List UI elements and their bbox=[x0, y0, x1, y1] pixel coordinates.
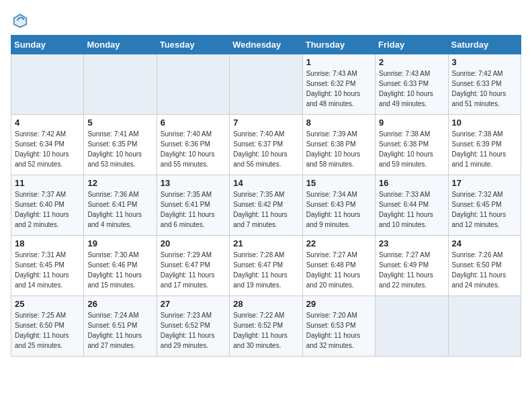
calendar-cell: 9Sunrise: 7:38 AM Sunset: 6:38 PM Daylig… bbox=[375, 115, 448, 175]
calendar-cell bbox=[84, 54, 157, 115]
day-number: 6 bbox=[161, 118, 226, 128]
calendar-cell: 14Sunrise: 7:35 AM Sunset: 6:42 PM Dayli… bbox=[230, 175, 302, 236]
calendar-cell: 25Sunrise: 7:25 AM Sunset: 6:50 PM Dayli… bbox=[11, 296, 84, 357]
calendar-cell: 19Sunrise: 7:30 AM Sunset: 6:46 PM Dayli… bbox=[84, 236, 157, 296]
day-info: Sunrise: 7:27 AM Sunset: 6:48 PM Dayligh… bbox=[306, 250, 371, 290]
day-info: Sunrise: 7:20 AM Sunset: 6:53 PM Dayligh… bbox=[306, 310, 371, 351]
day-number: 23 bbox=[379, 238, 444, 248]
calendar-cell: 17Sunrise: 7:32 AM Sunset: 6:45 PM Dayli… bbox=[448, 175, 521, 236]
day-number: 2 bbox=[379, 57, 444, 67]
calendar-cell: 20Sunrise: 7:29 AM Sunset: 6:47 PM Dayli… bbox=[157, 236, 229, 296]
day-info: Sunrise: 7:33 AM Sunset: 6:44 PM Dayligh… bbox=[379, 189, 444, 230]
day-number: 3 bbox=[452, 57, 517, 67]
day-number: 25 bbox=[15, 299, 80, 309]
day-info: Sunrise: 7:42 AM Sunset: 6:34 PM Dayligh… bbox=[15, 129, 80, 169]
logo bbox=[11, 11, 32, 30]
calendar-cell: 28Sunrise: 7:22 AM Sunset: 6:52 PM Dayli… bbox=[230, 296, 302, 357]
calendar-cell: 4Sunrise: 7:42 AM Sunset: 6:34 PM Daylig… bbox=[11, 115, 84, 175]
calendar-cell: 1Sunrise: 7:43 AM Sunset: 6:32 PM Daylig… bbox=[302, 54, 375, 115]
header-monday: Monday bbox=[84, 36, 157, 54]
calendar-week-row: 25Sunrise: 7:25 AM Sunset: 6:50 PM Dayli… bbox=[11, 296, 521, 357]
day-info: Sunrise: 7:30 AM Sunset: 6:46 PM Dayligh… bbox=[87, 250, 152, 290]
day-info: Sunrise: 7:38 AM Sunset: 6:39 PM Dayligh… bbox=[452, 129, 517, 169]
day-number: 17 bbox=[452, 178, 517, 188]
day-info: Sunrise: 7:41 AM Sunset: 6:35 PM Dayligh… bbox=[87, 129, 152, 169]
header-thursday: Thursday bbox=[302, 36, 375, 54]
day-info: Sunrise: 7:35 AM Sunset: 6:42 PM Dayligh… bbox=[233, 189, 298, 230]
calendar-cell: 29Sunrise: 7:20 AM Sunset: 6:53 PM Dayli… bbox=[302, 296, 375, 357]
day-number: 16 bbox=[379, 178, 444, 188]
day-number: 14 bbox=[233, 178, 298, 188]
calendar-cell: 27Sunrise: 7:23 AM Sunset: 6:52 PM Dayli… bbox=[157, 296, 229, 357]
day-info: Sunrise: 7:40 AM Sunset: 6:37 PM Dayligh… bbox=[233, 129, 298, 169]
calendar-cell: 23Sunrise: 7:27 AM Sunset: 6:49 PM Dayli… bbox=[375, 236, 448, 296]
calendar-cell: 3Sunrise: 7:42 AM Sunset: 6:33 PM Daylig… bbox=[448, 54, 521, 115]
calendar-week-row: 11Sunrise: 7:37 AM Sunset: 6:40 PM Dayli… bbox=[11, 175, 521, 236]
day-number: 26 bbox=[87, 299, 152, 309]
calendar-cell bbox=[375, 296, 448, 357]
day-number: 21 bbox=[233, 238, 298, 248]
calendar-cell: 7Sunrise: 7:40 AM Sunset: 6:37 PM Daylig… bbox=[230, 115, 302, 175]
calendar-week-row: 4Sunrise: 7:42 AM Sunset: 6:34 PM Daylig… bbox=[11, 115, 521, 175]
calendar-cell: 21Sunrise: 7:28 AM Sunset: 6:47 PM Dayli… bbox=[230, 236, 302, 296]
calendar-cell: 13Sunrise: 7:35 AM Sunset: 6:41 PM Dayli… bbox=[157, 175, 229, 236]
day-number: 1 bbox=[306, 57, 371, 67]
day-info: Sunrise: 7:23 AM Sunset: 6:52 PM Dayligh… bbox=[161, 310, 226, 351]
day-info: Sunrise: 7:29 AM Sunset: 6:47 PM Dayligh… bbox=[161, 250, 226, 290]
day-info: Sunrise: 7:39 AM Sunset: 6:38 PM Dayligh… bbox=[306, 129, 371, 169]
calendar-cell: 8Sunrise: 7:39 AM Sunset: 6:38 PM Daylig… bbox=[302, 115, 375, 175]
header-sunday: Sunday bbox=[11, 36, 84, 54]
day-number: 22 bbox=[306, 238, 371, 248]
day-info: Sunrise: 7:25 AM Sunset: 6:50 PM Dayligh… bbox=[15, 310, 80, 351]
day-number: 10 bbox=[452, 118, 517, 128]
calendar-cell bbox=[11, 54, 84, 115]
header-tuesday: Tuesday bbox=[157, 36, 229, 54]
day-info: Sunrise: 7:36 AM Sunset: 6:41 PM Dayligh… bbox=[87, 189, 152, 230]
day-info: Sunrise: 7:32 AM Sunset: 6:45 PM Dayligh… bbox=[452, 189, 517, 230]
day-number: 15 bbox=[306, 178, 371, 188]
header-wednesday: Wednesday bbox=[230, 36, 302, 54]
day-info: Sunrise: 7:31 AM Sunset: 6:45 PM Dayligh… bbox=[15, 250, 80, 290]
calendar-cell: 15Sunrise: 7:34 AM Sunset: 6:43 PM Dayli… bbox=[302, 175, 375, 236]
day-number: 27 bbox=[161, 299, 226, 309]
calendar-week-row: 18Sunrise: 7:31 AM Sunset: 6:45 PM Dayli… bbox=[11, 236, 521, 296]
page-header bbox=[11, 11, 521, 30]
day-number: 12 bbox=[87, 178, 152, 188]
calendar-cell bbox=[230, 54, 302, 115]
day-info: Sunrise: 7:34 AM Sunset: 6:43 PM Dayligh… bbox=[306, 189, 371, 230]
header-friday: Friday bbox=[375, 36, 448, 54]
logo-icon bbox=[11, 11, 30, 30]
day-info: Sunrise: 7:42 AM Sunset: 6:33 PM Dayligh… bbox=[452, 68, 517, 109]
calendar-cell: 6Sunrise: 7:40 AM Sunset: 6:36 PM Daylig… bbox=[157, 115, 229, 175]
day-info: Sunrise: 7:27 AM Sunset: 6:49 PM Dayligh… bbox=[379, 250, 444, 290]
header-saturday: Saturday bbox=[448, 36, 521, 54]
calendar-cell bbox=[157, 54, 229, 115]
calendar-cell: 10Sunrise: 7:38 AM Sunset: 6:39 PM Dayli… bbox=[448, 115, 521, 175]
day-number: 24 bbox=[452, 238, 517, 248]
calendar-cell: 22Sunrise: 7:27 AM Sunset: 6:48 PM Dayli… bbox=[302, 236, 375, 296]
day-number: 11 bbox=[15, 178, 80, 188]
day-info: Sunrise: 7:26 AM Sunset: 6:50 PM Dayligh… bbox=[452, 250, 517, 290]
day-info: Sunrise: 7:38 AM Sunset: 6:38 PM Dayligh… bbox=[379, 129, 444, 169]
day-info: Sunrise: 7:22 AM Sunset: 6:52 PM Dayligh… bbox=[233, 310, 298, 351]
calendar-cell: 2Sunrise: 7:43 AM Sunset: 6:33 PM Daylig… bbox=[375, 54, 448, 115]
day-number: 5 bbox=[87, 118, 152, 128]
day-number: 13 bbox=[161, 178, 226, 188]
calendar-cell: 26Sunrise: 7:24 AM Sunset: 6:51 PM Dayli… bbox=[84, 296, 157, 357]
calendar-cell: 24Sunrise: 7:26 AM Sunset: 6:50 PM Dayli… bbox=[448, 236, 521, 296]
day-number: 7 bbox=[233, 118, 298, 128]
day-info: Sunrise: 7:37 AM Sunset: 6:40 PM Dayligh… bbox=[15, 189, 80, 230]
day-number: 19 bbox=[87, 238, 152, 248]
calendar-cell: 18Sunrise: 7:31 AM Sunset: 6:45 PM Dayli… bbox=[11, 236, 84, 296]
calendar-cell: 5Sunrise: 7:41 AM Sunset: 6:35 PM Daylig… bbox=[84, 115, 157, 175]
day-info: Sunrise: 7:28 AM Sunset: 6:47 PM Dayligh… bbox=[233, 250, 298, 290]
calendar-table: SundayMondayTuesdayWednesdayThursdayFrid… bbox=[11, 35, 521, 357]
day-number: 28 bbox=[233, 299, 298, 309]
day-number: 20 bbox=[161, 238, 226, 248]
day-number: 9 bbox=[379, 118, 444, 128]
day-info: Sunrise: 7:43 AM Sunset: 6:32 PM Dayligh… bbox=[306, 68, 371, 109]
calendar-cell: 11Sunrise: 7:37 AM Sunset: 6:40 PM Dayli… bbox=[11, 175, 84, 236]
calendar-cell: 16Sunrise: 7:33 AM Sunset: 6:44 PM Dayli… bbox=[375, 175, 448, 236]
calendar-cell bbox=[448, 296, 521, 357]
day-number: 8 bbox=[306, 118, 371, 128]
